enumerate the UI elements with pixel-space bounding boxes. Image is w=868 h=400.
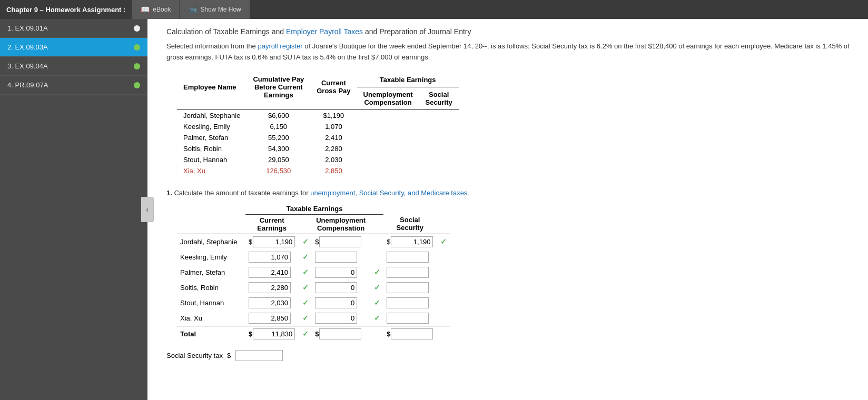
social-security-input[interactable]: [387, 297, 429, 308]
current-earnings-input[interactable]: [249, 313, 291, 324]
social-security-tax-row: Social Security tax $: [166, 350, 855, 361]
video-icon: 📹: [188, 5, 197, 14]
current-earnings-input[interactable]: [249, 282, 291, 293]
sidebar-dot: [134, 44, 140, 51]
social-security-input[interactable]: [387, 313, 429, 324]
sidebar-item-ex0904a[interactable]: 3. EX.09.04A: [0, 57, 147, 76]
answer-table: Taxable Earnings CurrentEarnings Unemplo…: [177, 203, 450, 342]
answer-row: Xia, Xu ✓ ✓: [177, 311, 450, 326]
unemployment-input[interactable]: [315, 282, 357, 293]
unemployment-input[interactable]: [315, 313, 357, 324]
sidebar-item-ex0903a[interactable]: 2. EX.09.03A: [0, 38, 147, 57]
table-row: Palmer, Stefan 55,200 2,410: [177, 132, 459, 143]
unemployment-input[interactable]: [315, 252, 357, 263]
table-row: Keesling, Emily 6,150 1,070: [177, 121, 459, 132]
unemployment-input[interactable]: [315, 297, 357, 308]
current-earnings-input[interactable]: [249, 297, 291, 308]
sidebar-item-label: 4. PR.09.07A: [7, 81, 48, 89]
content-area: Calculation of Taxable Earnings and Empl…: [154, 19, 868, 400]
current-earnings-input[interactable]: [249, 252, 291, 263]
tab-showmehow-label: Show Me How: [200, 6, 241, 13]
sidebar-dot: [134, 82, 140, 88]
total-current-earnings-input[interactable]: [253, 328, 295, 339]
sidebar: 1. EX.09.01A 2. EX.09.03A 3. EX.09.04A 4…: [0, 19, 147, 400]
description-text: Selected information from the payroll re…: [166, 41, 855, 63]
current-earnings-input[interactable]: [249, 267, 291, 278]
answer-row: Soltis, Robin ✓ ✓: [177, 280, 450, 295]
chapter-title: Chapter 9 – Homework Assignment :: [0, 0, 132, 19]
question-text: 1. Calculate the amount of taxable earni…: [166, 189, 855, 197]
answer-row: Stout, Hannah ✓ ✓: [177, 295, 450, 311]
unemployment-input[interactable]: [319, 236, 361, 247]
sidebar-dot: [134, 25, 140, 32]
tab-ebook-label: eBook: [153, 6, 171, 13]
total-unemployment-input[interactable]: [319, 328, 361, 339]
answer-row: Jordahl, Stephanie $ ✓ $ $ ✓: [177, 234, 450, 249]
social-security-input[interactable]: [387, 282, 429, 293]
sidebar-item-label: 2. EX.09.03A: [7, 43, 48, 51]
total-row: Total $ ✓ $ $: [177, 326, 450, 342]
table-row: Xia, Xu 126,530 2,850: [177, 165, 459, 176]
table-row: Jordahl, Stephanie $6,600 $1,190: [177, 109, 459, 121]
table-row: Stout, Hannah 29,050 2,030: [177, 154, 459, 165]
sidebar-item-pr0907a[interactable]: 4. PR.09.07A: [0, 76, 147, 95]
sidebar-item-ex0901a[interactable]: 1. EX.09.01A: [0, 19, 147, 38]
answer-row: Keesling, Emily ✓: [177, 249, 450, 265]
total-social-security-input[interactable]: [391, 328, 433, 339]
social-security-input[interactable]: [387, 252, 429, 263]
sidebar-item-label: 3. EX.09.04A: [7, 62, 48, 70]
social-security-tax-label: Social Security tax: [166, 352, 223, 359]
tab-ebook[interactable]: 📖 eBook: [132, 0, 180, 19]
tab-showmehow[interactable]: 📹 Show Me How: [180, 0, 250, 19]
sidebar-item-label: 1. EX.09.01A: [7, 24, 48, 32]
book-icon: 📖: [141, 5, 150, 14]
table-row: Soltis, Robin 54,300 2,280: [177, 143, 459, 154]
reference-table: Employee Name Cumulative PayBefore Curre…: [177, 74, 459, 176]
current-earnings-input[interactable]: [253, 236, 295, 247]
content-title: Calculation of Taxable Earnings and Empl…: [166, 27, 855, 36]
social-security-tax-input[interactable]: [235, 350, 283, 361]
unemployment-input[interactable]: [315, 267, 357, 278]
answer-row: Palmer, Stefan ✓ ✓: [177, 265, 450, 280]
collapse-sidebar-button[interactable]: ‹: [141, 197, 154, 222]
sidebar-dot: [134, 63, 140, 69]
social-security-input[interactable]: [391, 236, 433, 247]
social-security-input[interactable]: [387, 267, 429, 278]
